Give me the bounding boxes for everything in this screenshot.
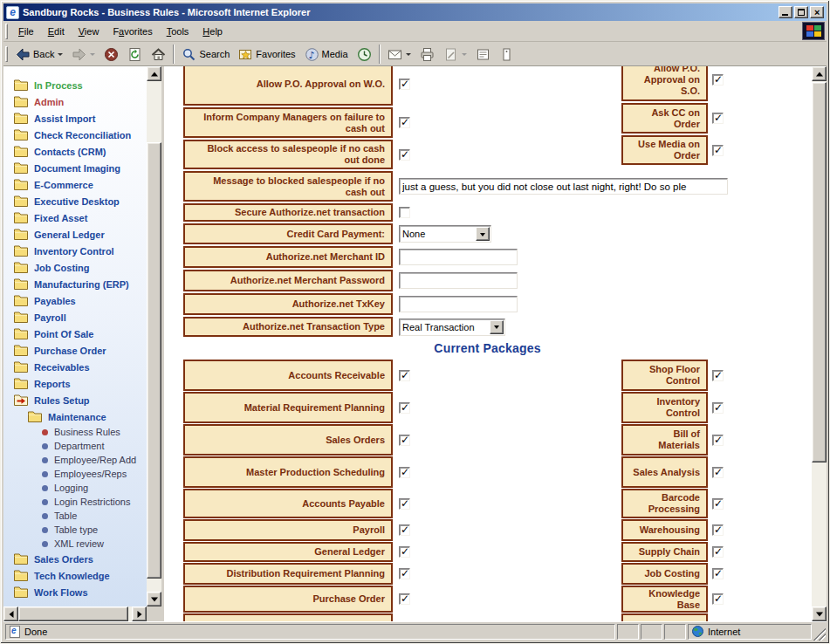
sidebar-item-inventory-control[interactable]: Inventory Control bbox=[3, 243, 147, 259]
history-button[interactable] bbox=[353, 44, 376, 65]
sidebar-item-payables[interactable]: Payables bbox=[3, 292, 147, 309]
checkbox-accounts-receivable[interactable] bbox=[399, 370, 410, 381]
select-credit-card-payment[interactable]: None bbox=[399, 225, 491, 243]
stop-button[interactable] bbox=[99, 44, 123, 65]
checkbox-use-media-on-order[interactable] bbox=[712, 145, 724, 156]
checkbox-purchase-order[interactable] bbox=[399, 593, 410, 605]
sidebar-item-general-ledger[interactable]: General Ledger bbox=[3, 226, 147, 243]
dropdown-arrow-icon[interactable] bbox=[476, 227, 490, 241]
sidebar-item-sales-orders[interactable]: Sales Orders bbox=[3, 551, 147, 567]
dropdown-arrow-icon[interactable] bbox=[490, 320, 504, 334]
checkbox-warehousing[interactable] bbox=[712, 524, 724, 536]
sidebar-scroll-thumb[interactable] bbox=[147, 142, 161, 579]
sidebar-vertical-scrollbar[interactable] bbox=[147, 66, 161, 606]
sidebar-item-tech-knowledge[interactable]: Tech Knowledge bbox=[3, 567, 147, 584]
menu-item-favorites[interactable]: Favorites bbox=[106, 24, 159, 39]
sidebar-item-purchase-order[interactable]: Purchase Order bbox=[3, 342, 147, 359]
sidebar-item-xml-review[interactable]: XML review bbox=[3, 537, 147, 551]
sidebar-item-e-commerce[interactable]: E-Commerce bbox=[3, 176, 147, 193]
sidebar-item-business-rules[interactable]: Business Rules bbox=[3, 425, 147, 439]
sidebar-item-assist-import[interactable]: Assist Import bbox=[3, 110, 147, 127]
sidebar-item-point-of-sale[interactable]: Point Of Sale bbox=[3, 325, 147, 342]
checkbox-accounts-payable[interactable] bbox=[399, 498, 410, 510]
checkbox-sales-analysis[interactable] bbox=[712, 467, 724, 478]
checkbox-payroll[interactable] bbox=[399, 524, 410, 536]
edit-button[interactable] bbox=[439, 44, 471, 65]
sidebar-hscroll-thumb[interactable] bbox=[18, 606, 128, 621]
back-dropdown-icon[interactable] bbox=[58, 53, 63, 56]
checkbox-distribution-requirement-planning[interactable] bbox=[399, 568, 410, 579]
checkbox-job-costing[interactable] bbox=[712, 568, 724, 579]
print-button[interactable] bbox=[415, 44, 439, 65]
input-authorize-net-merchant-id[interactable] bbox=[399, 249, 518, 265]
checkbox-inventory-control[interactable] bbox=[712, 402, 724, 414]
checkbox-master-production-scheduling[interactable] bbox=[399, 467, 410, 478]
favorites-button[interactable]: Favorites bbox=[234, 44, 299, 65]
scroll-down-icon[interactable] bbox=[812, 606, 827, 621]
sidebar-item-reports[interactable]: Reports bbox=[3, 375, 147, 392]
checkbox-ask-cc-on-order[interactable] bbox=[712, 113, 724, 124]
sidebar-item-in-process[interactable]: In Process bbox=[3, 77, 147, 93]
checkbox-inform-company-managers-on-failure-to-cash-out[interactable] bbox=[399, 117, 410, 128]
minimize-button[interactable] bbox=[779, 6, 792, 18]
sidebar-item-manufacturing-erp[interactable]: Manufacturing (ERP) bbox=[3, 276, 147, 292]
checkbox-block-access-to-salespeople-if-no-cash-out-done[interactable] bbox=[399, 149, 410, 161]
checkbox-supply-chain[interactable] bbox=[712, 546, 724, 558]
sidebar-horizontal-scrollbar[interactable] bbox=[3, 606, 147, 621]
menu-item-tools[interactable]: Tools bbox=[160, 24, 196, 39]
input-authorize-net-txkey[interactable] bbox=[399, 296, 518, 312]
checkbox-sales-orders[interactable] bbox=[399, 435, 410, 446]
sidebar-item-maintenance[interactable]: Maintenance bbox=[3, 408, 147, 425]
checkbox-material-requirement-planning[interactable] bbox=[399, 402, 410, 414]
checkbox-bill-of-materials[interactable] bbox=[712, 435, 724, 446]
menu-item-view[interactable]: View bbox=[72, 24, 106, 39]
content-vertical-scrollbar[interactable] bbox=[812, 66, 827, 621]
forward-dropdown-icon[interactable] bbox=[90, 53, 95, 56]
menu-item-edit[interactable]: Edit bbox=[41, 24, 72, 39]
discuss-button[interactable] bbox=[471, 44, 495, 65]
back-button[interactable]: Back bbox=[11, 44, 67, 65]
sidebar-item-payroll[interactable]: Payroll bbox=[3, 309, 147, 325]
sidebar-item-check-reconciliation[interactable]: Check Reconciliation bbox=[3, 127, 147, 143]
titlebar[interactable]: e Sandburg Rocks - Business Rules - Micr… bbox=[3, 3, 827, 21]
sidebar-item-work-flows[interactable]: Work Flows bbox=[3, 584, 147, 600]
sidebar-item-admin[interactable]: Admin bbox=[3, 93, 147, 110]
scroll-left-icon[interactable] bbox=[3, 606, 18, 621]
checkbox-shop-floor-control[interactable] bbox=[712, 370, 724, 381]
checkbox-knowledge-base[interactable] bbox=[712, 593, 724, 605]
scroll-right-icon[interactable] bbox=[132, 606, 147, 621]
sidebar-item-login-restrictions[interactable]: Login Restrictions bbox=[3, 495, 147, 509]
sidebar-item-job-costing[interactable]: Job Costing bbox=[3, 259, 147, 276]
checkbox-allow-p-o-approval-on-s-o[interactable] bbox=[712, 74, 724, 86]
media-button[interactable]: ♪ Media bbox=[300, 44, 353, 65]
sidebar-item-department[interactable]: Department bbox=[3, 439, 147, 453]
sidebar-item-contacts-crm[interactable]: Contacts (CRM) bbox=[3, 143, 147, 160]
sidebar-item-table-type[interactable]: Table type bbox=[3, 523, 147, 537]
scroll-up-icon[interactable] bbox=[812, 66, 827, 81]
search-button[interactable]: Search bbox=[177, 44, 234, 65]
forward-button[interactable] bbox=[67, 44, 99, 65]
sidebar-item-rules-setup[interactable]: Rules Setup bbox=[3, 392, 147, 408]
scroll-up-icon[interactable] bbox=[147, 66, 161, 81]
maximize-button[interactable] bbox=[794, 6, 808, 18]
select-authorize-net-transaction-type[interactable]: Real Transaction bbox=[399, 319, 505, 336]
sidebar-item-receivables[interactable]: Receivables bbox=[3, 359, 147, 375]
edit-dropdown-icon[interactable] bbox=[462, 53, 467, 56]
checkbox-barcode-processing[interactable] bbox=[712, 498, 724, 510]
toolbar-grip[interactable] bbox=[5, 46, 8, 62]
sidebar-item-employee-rep-add[interactable]: Employee/Rep Add bbox=[3, 453, 147, 467]
content-scroll-thumb[interactable] bbox=[812, 82, 827, 462]
sidebar-item-document-imaging[interactable]: Document Imaging bbox=[3, 160, 147, 176]
mail-dropdown-icon[interactable] bbox=[406, 53, 411, 56]
home-button[interactable] bbox=[147, 44, 170, 65]
close-button[interactable]: × bbox=[810, 6, 824, 18]
checkbox-allow-p-o-approval-on-w-o[interactable] bbox=[399, 79, 410, 90]
sidebar-item-table[interactable]: Table bbox=[3, 509, 147, 523]
checkbox-general-ledger[interactable] bbox=[399, 546, 410, 558]
refresh-button[interactable] bbox=[123, 44, 147, 65]
menubar-grip[interactable] bbox=[5, 24, 8, 39]
mail-button[interactable] bbox=[383, 44, 415, 65]
scroll-down-icon[interactable] bbox=[147, 592, 161, 606]
checkbox-secure-authorize-net-transaction[interactable] bbox=[399, 207, 410, 218]
menu-item-file[interactable]: File bbox=[11, 24, 41, 39]
